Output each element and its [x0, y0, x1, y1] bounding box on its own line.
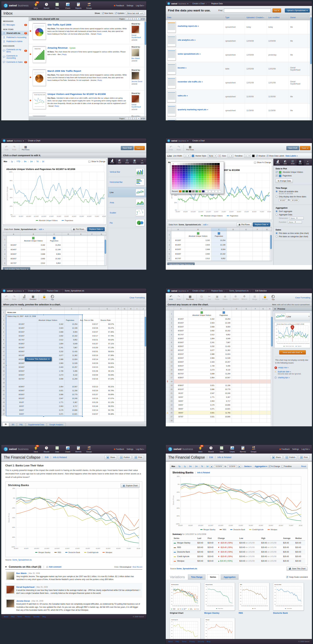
cell[interactable]: 8,904: [211, 247, 227, 252]
cell[interactable]: 5,367: [216, 395, 232, 399]
color-cell[interactable]: [204, 172, 206, 174]
nav-link-feedback[interactable]: Feedback: [114, 4, 124, 7]
cell[interactable]: 2,547: [37, 396, 65, 400]
cell[interactable]: [128, 314, 134, 318]
range-dropdown[interactable]: Since last visit▲▼: [126, 12, 144, 15]
redo-button[interactable]: ↷Redo: [175, 145, 182, 151]
cell[interactable]: [241, 399, 251, 403]
cell[interactable]: [232, 333, 241, 336]
nav-item-inbox[interactable]: 10Inbox: [195, 446, 205, 453]
cell[interactable]: [259, 372, 267, 376]
cell[interactable]: [75, 256, 87, 261]
color-cell[interactable]: [214, 170, 217, 172]
nav-item-recent[interactable]: Recent: [42, 2, 51, 9]
column-header-type[interactable]: Type: [224, 15, 245, 20]
cell[interactable]: 0:02:15: [79, 396, 99, 400]
color-cell[interactable]: [196, 178, 198, 180]
cell[interactable]: [251, 415, 259, 419]
item-title[interactable]: March 2009 Site Traffic Report: [48, 69, 127, 73]
cell[interactable]: [241, 395, 251, 399]
cell[interactable]: [241, 356, 251, 360]
freeze-button[interactable]: 🔒Freeze: [40, 294, 48, 301]
cell[interactable]: [115, 350, 122, 354]
cell[interactable]: [241, 403, 251, 407]
color-cell[interactable]: [180, 178, 182, 180]
cell[interactable]: 8/13/07: [174, 317, 188, 321]
save-draft-button[interactable]: Save Draft: [286, 146, 299, 150]
item-thumbnail[interactable]: [33, 69, 46, 86]
column-header-B[interactable]: B: [20, 232, 47, 236]
cell[interactable]: [134, 318, 140, 322]
color-cell[interactable]: [190, 167, 193, 170]
cell[interactable]: 13,254: [47, 243, 62, 247]
cell[interactable]: [240, 238, 253, 243]
color-cell[interactable]: [209, 167, 212, 170]
cell[interactable]: 0:02:01: [79, 350, 99, 354]
nav-item-charts[interactable]: Charts: [63, 446, 73, 453]
trendline-dropdown[interactable]: —▼: [244, 154, 251, 158]
column-header-H[interactable]: H: [128, 307, 134, 310]
cell[interactable]: [259, 399, 267, 403]
cell[interactable]: [128, 342, 134, 346]
color-cell[interactable]: [206, 182, 209, 185]
color-cell[interactable]: [206, 172, 209, 174]
color-cell[interactable]: [188, 163, 190, 165]
cell[interactable]: 0:02:09: [79, 373, 99, 377]
cell[interactable]: 8,904: [47, 252, 62, 256]
cell[interactable]: [121, 369, 128, 373]
cell[interactable]: [121, 389, 128, 392]
color-cell[interactable]: [212, 167, 214, 170]
cell[interactable]: 2,692: [20, 256, 47, 261]
color-cell[interactable]: [182, 187, 185, 189]
color-cell[interactable]: [188, 180, 190, 182]
range-1m[interactable]: 1m: [195, 465, 198, 468]
range-1m[interactable]: 1m: [30, 160, 33, 162]
cell[interactable]: 57.38%: [99, 354, 115, 358]
reset-link[interactable]: Reset: [301, 465, 306, 468]
summary-row[interactable]: Credit Agricole$19.43$19.43▼ -$19.40 (-5…: [172, 554, 305, 559]
preview-selection-button[interactable]: Preview This Selection ➜: [25, 357, 52, 361]
item-title[interactable]: Site Traffic April 2009: [48, 23, 127, 26]
breadcrumb-item[interactable]: Some_Spreadsheet.xls▸: [227, 288, 253, 293]
cell[interactable]: 8/24/07: [6, 365, 37, 369]
cell[interactable]: 61.12%: [99, 400, 115, 404]
cell[interactable]: 10,806: [216, 403, 232, 407]
cell[interactable]: [115, 377, 122, 381]
cell[interactable]: 2,954: [188, 376, 216, 380]
color-cell[interactable]: [177, 182, 180, 185]
explore-chart-button[interactable]: ◉Explore Chart: [121, 484, 140, 488]
cell[interactable]: 8/14/07: [7, 247, 20, 252]
cell[interactable]: [134, 326, 140, 330]
color-cell[interactable]: [204, 178, 206, 180]
cell[interactable]: [128, 326, 134, 330]
cell[interactable]: [134, 373, 140, 377]
column-header-G[interactable]: G: [259, 307, 267, 310]
color-cell[interactable]: [177, 185, 180, 187]
cell[interactable]: [121, 338, 128, 342]
cell[interactable]: 10,567: [216, 376, 232, 380]
cell[interactable]: 56.89%: [99, 392, 115, 396]
cell[interactable]: 3,371: [188, 407, 216, 411]
cell[interactable]: [251, 380, 259, 384]
cell[interactable]: [251, 317, 259, 321]
inbox-item[interactable]: Sample ChartAmazing Revenue - UpdateShar…: [29, 114, 146, 116]
sharer-name[interactable]: Jerome Doran: [131, 80, 145, 82]
cell[interactable]: 1,804: [188, 336, 216, 340]
cell[interactable]: 8,132: [216, 368, 232, 372]
cell[interactable]: [134, 365, 140, 369]
color-cell[interactable]: [206, 170, 209, 172]
cell[interactable]: [75, 247, 87, 252]
publish-button[interactable]: ⑂Publish: [284, 455, 297, 459]
delete-button[interactable]: ⊗Delete: [221, 294, 229, 301]
color-cell[interactable]: [172, 180, 174, 182]
cell[interactable]: [121, 373, 128, 377]
cell[interactable]: 2,923: [20, 247, 47, 252]
column-header-D[interactable]: D: [232, 307, 241, 310]
nav-item-inbox[interactable]: 10Inbox: [31, 2, 41, 9]
table-row[interactable]: some spreadsheet.xls »spreadsheet12/03/0…: [166, 48, 312, 62]
issue-link[interactable]: charting tips »: [278, 376, 290, 379]
cell[interactable]: 8/13/07: [7, 243, 20, 247]
color-cell[interactable]: [180, 176, 182, 178]
color-cell[interactable]: [201, 165, 204, 167]
cell[interactable]: [121, 358, 128, 361]
